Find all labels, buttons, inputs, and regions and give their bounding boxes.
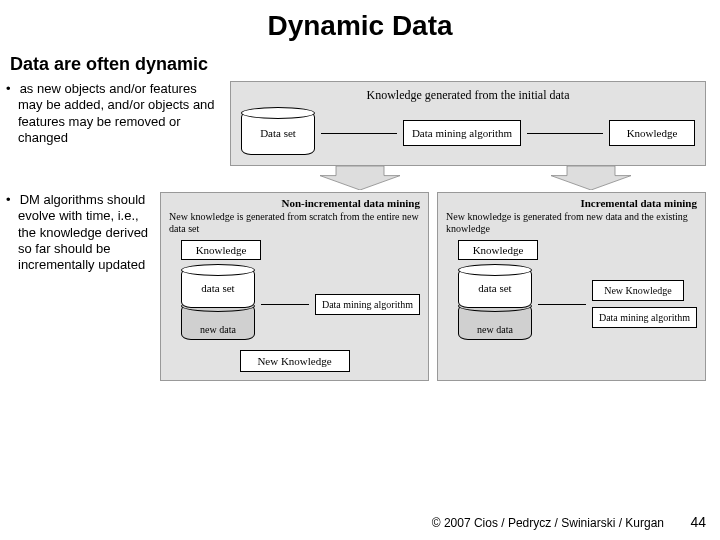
dataset-cyl: data set <box>181 268 255 308</box>
slide-title: Dynamic Data <box>0 0 720 42</box>
bullet-dot-icon: • <box>6 192 16 208</box>
algorithm-box: Data mining algorithm <box>403 120 521 146</box>
page-number: 44 <box>690 514 706 530</box>
bullet-1-text: as new objects and/or features may be ad… <box>18 81 215 145</box>
knowledge-box-left: Knowledge <box>181 240 261 260</box>
newdata-label: new data <box>477 324 513 335</box>
connector-line <box>527 133 603 134</box>
bullet-2: • DM algorithms should evolve with time,… <box>0 192 160 381</box>
svg-marker-0 <box>320 166 400 190</box>
row-top: • as new objects and/or features may be … <box>0 81 720 166</box>
new-knowledge-box-left: New Knowledge <box>240 350 350 372</box>
bullet-1: • as new objects and/or features may be … <box>0 81 230 166</box>
arrow-down-icon <box>546 166 636 190</box>
bullet-dot-icon: • <box>6 81 16 97</box>
panels-compare: Non-incremental data mining New knowledg… <box>160 192 706 381</box>
panel-top-heading: Knowledge generated from the initial dat… <box>241 88 695 103</box>
newdata-label: new data <box>200 324 236 335</box>
newdata-cyl: new data <box>458 304 532 340</box>
dataset-label: data set <box>478 282 511 294</box>
svg-marker-1 <box>551 166 631 190</box>
slide-subtitle: Data are often dynamic <box>0 42 720 81</box>
row-bottom: • DM algorithms should evolve with time,… <box>0 192 720 381</box>
dataset-stack-left: data set new data <box>181 268 255 340</box>
dataset-cylinder: Data set <box>241 111 315 155</box>
panel-left-head: Non-incremental data mining <box>169 197 420 209</box>
copyright-footer: © 2007 Cios / Pedrycz / Swiniarski / Kur… <box>432 516 664 530</box>
arrow-down-icon <box>315 166 405 190</box>
dataset-cyl: data set <box>458 268 532 308</box>
connector-line <box>321 133 397 134</box>
algorithm-box-left: Data mining algorithm <box>315 294 420 315</box>
top-flow: Data set Data mining algorithm Knowledge <box>241 111 695 155</box>
connector-line <box>538 304 586 305</box>
panel-initial-knowledge: Knowledge generated from the initial dat… <box>230 81 706 166</box>
algorithm-box-right: Data mining algorithm <box>592 307 697 328</box>
bullet-2-text: DM algorithms should evolve with time, i… <box>18 192 148 272</box>
knowledge-box: Knowledge <box>609 120 695 146</box>
knowledge-box-right: Knowledge <box>458 240 538 260</box>
new-knowledge-box-right: New Knowledge <box>592 280 684 301</box>
connector-line <box>261 304 309 305</box>
dataset-label: data set <box>201 282 234 294</box>
dataset-label: Data set <box>260 127 296 139</box>
panel-right-sub: New knowledge is generated from new data… <box>446 211 697 234</box>
newdata-cyl: new data <box>181 304 255 340</box>
panel-incremental: Incremental data mining New knowledge is… <box>437 192 706 381</box>
branch-arrows <box>244 166 706 190</box>
panel-non-incremental: Non-incremental data mining New knowledg… <box>160 192 429 381</box>
panel-left-sub: New knowledge is generated from scratch … <box>169 211 420 234</box>
dataset-stack-right: data set new data <box>458 268 532 340</box>
panel-right-head: Incremental data mining <box>446 197 697 209</box>
